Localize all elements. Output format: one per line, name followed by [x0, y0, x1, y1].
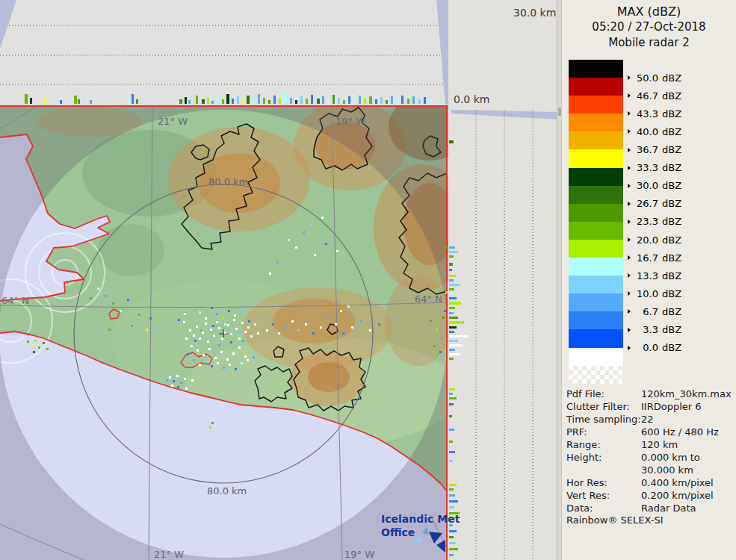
legend-tick-arrow-icon [628, 202, 631, 206]
radar-echo [213, 335, 215, 337]
metadata-row: Time sampling:22 [566, 413, 735, 426]
radar-application-window: 30.0 km0.0 km 21° W19° W21° W19° W64° N6… [0, 0, 736, 560]
radar-echo [200, 329, 202, 332]
radar-echo [449, 312, 454, 314]
radar-echo [449, 269, 452, 271]
radar-echo [211, 101, 214, 104]
radar-echo [278, 332, 280, 335]
radar-name: Mobile radar 2 [562, 35, 736, 51]
legend-tick-arrow-icon [628, 328, 631, 332]
legend-band [569, 222, 623, 240]
radar-echo [269, 273, 271, 275]
radar-echo [25, 94, 28, 104]
legend-band [569, 186, 623, 204]
radar-echo [449, 530, 457, 532]
radar-echo [449, 536, 454, 538]
metadata-label: Range: [566, 438, 641, 451]
radar-echo [90, 297, 92, 299]
radar-echo [412, 96, 415, 104]
legend-label: 33.3dBZ [628, 162, 681, 174]
radar-echo [268, 100, 270, 104]
radar-echo [38, 346, 40, 349]
radar-echo [449, 321, 464, 324]
radar-echo [185, 337, 188, 340]
axis-label: 30.0 km [513, 7, 556, 19]
radar-echo [401, 96, 403, 104]
radar-echo [216, 313, 218, 315]
metadata-label: Height: [566, 451, 641, 464]
metadata-row: Clutter Filter:IIRDoppler 6 [566, 400, 735, 413]
radar-echo [212, 325, 214, 327]
radar-echo [208, 348, 211, 350]
radar-echo [449, 500, 458, 503]
legend-label: 10.0dBZ [628, 287, 681, 299]
radar-echo [234, 314, 236, 317]
radar-echo [348, 96, 350, 104]
radar-echo [449, 317, 458, 319]
radar-echo [30, 98, 32, 104]
radar-echo [449, 275, 456, 277]
radar-echo [333, 95, 335, 104]
radar-map-view[interactable]: 30.0 km0.0 km 21° W19° W21° W19° W64° N6… [0, 0, 557, 560]
radar-echo [34, 340, 37, 342]
radar-echo [191, 379, 194, 382]
range-label: 80.0 km [207, 485, 247, 497]
radar-echo [449, 335, 468, 337]
radar-echo [359, 96, 361, 104]
radar-echo [136, 99, 138, 104]
legend-tick-arrow-icon [628, 93, 631, 98]
radar-echo [226, 358, 229, 361]
legend-transparency-checker [569, 366, 623, 384]
radar-echo [241, 100, 244, 104]
metadata-row: Height:0.000 km to [566, 451, 735, 464]
metadata-label: Data: [566, 502, 641, 514]
radar-echo [222, 317, 224, 319]
legend-tick-arrow-icon [628, 148, 631, 152]
radar-echo [353, 99, 356, 104]
metadata-value: IIRDoppler 6 [641, 400, 735, 413]
radar-echo [211, 365, 213, 367]
radar-echo [90, 100, 92, 104]
radar-echo [297, 329, 300, 332]
metadata-row: Hor Res:0.400 km/pixel [566, 476, 735, 489]
radar-echo [449, 331, 454, 333]
radar-echo [169, 376, 171, 379]
radar-echo [449, 415, 452, 417]
radar-echo [449, 548, 458, 550]
legend-tick-arrow-icon [628, 309, 631, 314]
legend-label: 6.7dBZ [628, 305, 681, 317]
metadata-value: 0.200 km/pixel [641, 489, 735, 502]
radar-echo [131, 325, 133, 327]
legend-band [569, 258, 623, 276]
radar-echo [250, 335, 253, 337]
panel-splitter[interactable] [557, 0, 562, 560]
grid-label: 21° W [158, 116, 188, 127]
radar-echo [449, 393, 453, 395]
radar-echo [258, 94, 260, 104]
radar-echo [146, 329, 148, 331]
radar-echo [120, 310, 122, 312]
legend-tick-arrow-icon [628, 75, 631, 80]
radar-echo [449, 251, 458, 253]
radar-echo [74, 96, 77, 104]
radar-echo [391, 96, 393, 104]
radar-echo [407, 99, 409, 104]
radar-echo [196, 326, 198, 328]
radar-echo [306, 99, 308, 104]
legend-label: 16.7dBZ [628, 252, 681, 264]
radar-echo [221, 337, 223, 340]
splitter-handle[interactable] [558, 108, 561, 116]
radar-echo [194, 340, 197, 342]
radar-echo [443, 273, 445, 275]
legend-tick-arrow-icon [628, 273, 631, 278]
radar-echo [171, 385, 173, 387]
legend-tick-arrow-icon [628, 184, 631, 188]
radar-echo [166, 379, 168, 382]
legend-band [569, 78, 623, 96]
radar-echo [177, 386, 179, 388]
radar-echo [224, 323, 226, 326]
radar-echo [206, 335, 208, 337]
radar-echo [386, 100, 388, 104]
radar-echo [253, 356, 255, 358]
radar-echo [342, 332, 344, 335]
